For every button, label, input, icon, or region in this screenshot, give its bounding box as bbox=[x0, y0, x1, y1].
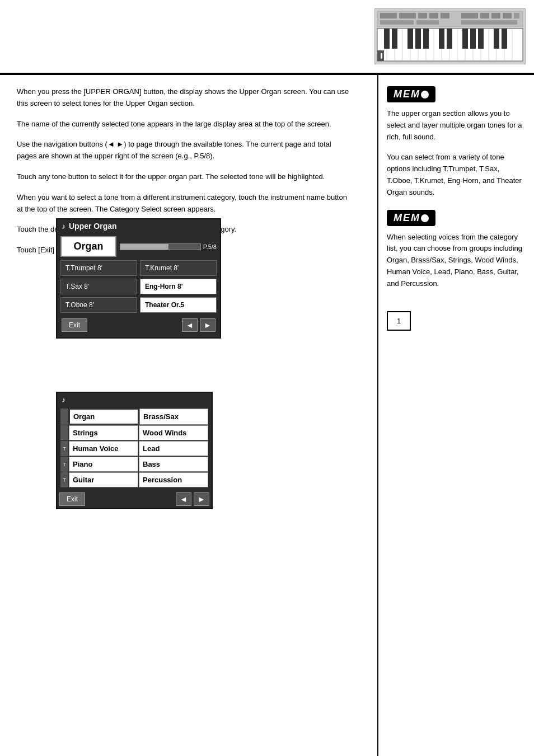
svg-rect-36 bbox=[415, 29, 421, 49]
svg-rect-5 bbox=[429, 13, 438, 18]
cat-side-1 bbox=[60, 425, 68, 440]
tone-btn-5[interactable]: Theater Or.5 bbox=[140, 297, 217, 313]
cat-btn-percussion[interactable]: Percussion bbox=[139, 472, 208, 487]
cat-footer: Exit ◄ ► bbox=[57, 490, 212, 508]
main-para-2: The name of the currently selected tone … bbox=[17, 119, 353, 130]
cat-side-0 bbox=[60, 408, 68, 425]
svg-rect-2 bbox=[380, 13, 397, 18]
cat-row-4: T Guitar Percussion bbox=[60, 472, 208, 487]
upper-organ-dialog: ♪ Upper Organ Organ P.5/8 T.Trumpet 8' T… bbox=[56, 218, 221, 339]
instrument-button[interactable]: Organ bbox=[60, 236, 116, 257]
svg-rect-14 bbox=[461, 20, 517, 25]
cat-btn-piano[interactable]: Piano bbox=[69, 457, 138, 472]
svg-rect-42 bbox=[478, 29, 484, 49]
dialog-footer: Exit ◄ ► bbox=[60, 316, 217, 334]
cat-btn-bass[interactable]: Bass bbox=[139, 457, 208, 472]
dialog-body: Organ P.5/8 T.Trumpet 8' T.Krumet 8' T.S… bbox=[57, 233, 220, 337]
progress-label: P.5/8 bbox=[203, 243, 217, 250]
next-button[interactable]: ► bbox=[200, 318, 216, 332]
cat-btn-humanvoice[interactable]: Human Voice bbox=[69, 441, 138, 456]
dialog-icon: ♪ bbox=[62, 222, 65, 231]
dialog-title: Upper Organ bbox=[69, 222, 117, 231]
main-para-3: Use the navigation buttons (◄ ►) to page… bbox=[17, 139, 353, 162]
memo-1-text2: You can select from a variety of tone op… bbox=[387, 152, 526, 198]
progress-area: P.5/8 bbox=[120, 243, 217, 250]
progress-bar bbox=[120, 243, 201, 250]
prev-button[interactable]: ◄ bbox=[182, 318, 198, 332]
svg-rect-37 bbox=[423, 29, 429, 49]
nav-buttons: ◄ ► bbox=[182, 318, 216, 332]
memo-badge-1: MEM bbox=[387, 86, 435, 102]
svg-rect-4 bbox=[418, 13, 427, 18]
box-label: 1 bbox=[397, 317, 401, 325]
memo-2-text: When selecting voices from the category … bbox=[387, 232, 526, 290]
svg-text:▐: ▐ bbox=[379, 53, 382, 59]
svg-rect-41 bbox=[470, 29, 476, 49]
tone-btn-3[interactable]: Eng-Horn 8' bbox=[140, 279, 217, 294]
cat-row-0: Organ Brass/Sax bbox=[60, 408, 208, 425]
cat-title-row: ♪ bbox=[57, 393, 212, 406]
svg-rect-9 bbox=[491, 13, 500, 18]
cat-exit-button[interactable]: Exit bbox=[59, 492, 85, 506]
svg-rect-6 bbox=[441, 13, 449, 18]
svg-rect-44 bbox=[502, 29, 507, 49]
memo-1-text: The upper organ section allows you to se… bbox=[387, 108, 526, 143]
svg-rect-13 bbox=[416, 20, 439, 25]
cat-row-1: Strings Wood Winds bbox=[60, 425, 208, 440]
numbered-box: 1 bbox=[387, 311, 411, 331]
dialog-main-row: Organ P.5/8 bbox=[60, 236, 217, 257]
svg-rect-7 bbox=[461, 13, 478, 18]
cat-btn-strings[interactable]: Strings bbox=[69, 425, 138, 440]
cat-row-3: T Piano Bass bbox=[60, 457, 208, 472]
cat-nav-buttons: ◄ ► bbox=[176, 492, 209, 506]
tone-btn-2[interactable]: T.Sax 8' bbox=[60, 279, 137, 294]
svg-rect-33 bbox=[384, 29, 390, 49]
memo-badge-2: MEM bbox=[387, 210, 435, 226]
right-sidebar: MEM The upper organ section allows you t… bbox=[377, 75, 534, 756]
cat-side-4: T bbox=[60, 472, 68, 487]
svg-rect-35 bbox=[407, 29, 413, 49]
cat-side-2: T bbox=[60, 441, 68, 456]
tone-btn-4[interactable]: T.Oboe 8' bbox=[60, 297, 137, 313]
cat-prev-button[interactable]: ◄ bbox=[176, 492, 191, 506]
svg-rect-12 bbox=[380, 20, 414, 25]
tone-btn-1[interactable]: T.Krumet 8' bbox=[140, 260, 217, 276]
tone-btn-0[interactable]: T.Trumpet 8' bbox=[60, 260, 137, 276]
dialog-title-bar: ♪ Upper Organ bbox=[57, 219, 220, 233]
svg-rect-10 bbox=[503, 13, 512, 18]
svg-rect-38 bbox=[439, 29, 444, 49]
category-dialog: ♪ Organ Brass/Sax Strings Wood Winds T H… bbox=[56, 392, 213, 509]
svg-rect-40 bbox=[462, 29, 468, 49]
main-para-1: When you press the [UPPER ORGAN] button,… bbox=[17, 86, 353, 110]
cat-row-2: T Human Voice Lead bbox=[60, 441, 208, 456]
cat-btn-guitar[interactable]: Guitar bbox=[69, 472, 138, 487]
cat-next-button[interactable]: ► bbox=[194, 492, 209, 506]
cat-btn-organ[interactable]: Organ bbox=[69, 408, 139, 425]
svg-rect-39 bbox=[447, 29, 452, 49]
exit-button[interactable]: Exit bbox=[62, 318, 87, 332]
svg-rect-3 bbox=[399, 13, 416, 18]
main-para-4: Touch any tone button to select it for t… bbox=[17, 171, 353, 183]
svg-rect-43 bbox=[494, 29, 499, 49]
cat-body: Organ Brass/Sax Strings Wood Winds T Hum… bbox=[57, 406, 212, 490]
cat-btn-lead[interactable]: Lead bbox=[139, 441, 208, 456]
cat-side-3: T bbox=[60, 457, 68, 472]
keyboard-illustration: ▐ bbox=[374, 8, 526, 64]
cat-icon: ♪ bbox=[62, 395, 65, 404]
cat-btn-brass[interactable]: Brass/Sax bbox=[139, 408, 208, 425]
progress-fill bbox=[120, 244, 168, 250]
cat-btn-woodwinds[interactable]: Wood Winds bbox=[139, 425, 208, 440]
svg-rect-11 bbox=[514, 13, 519, 18]
main-para-5: When you want to select a tone from a di… bbox=[17, 192, 353, 215]
svg-rect-8 bbox=[480, 13, 489, 18]
svg-rect-34 bbox=[392, 29, 397, 49]
tone-grid: T.Trumpet 8' T.Krumet 8' T.Sax 8' Eng-Ho… bbox=[60, 260, 217, 313]
